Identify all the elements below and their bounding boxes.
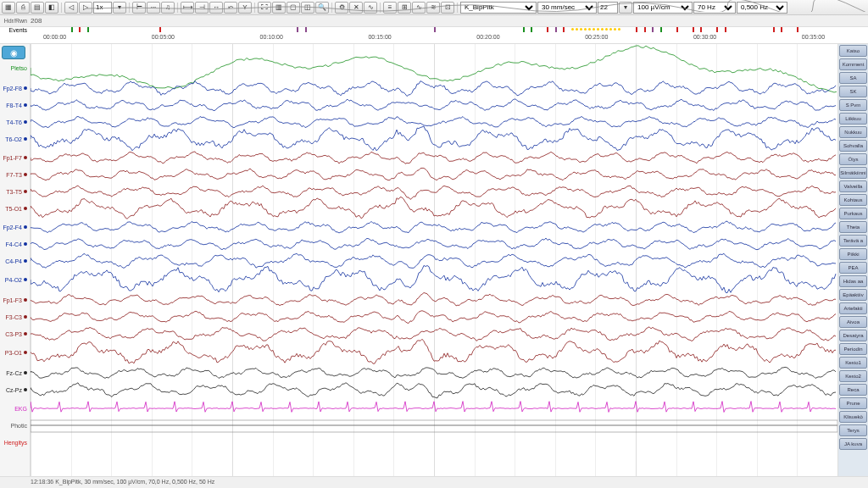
channel-label-photic[interactable]: Photic xyxy=(0,421,30,430)
channel-label-fp1f7[interactable]: Fp1-F7 xyxy=(0,153,30,162)
event-marker[interactable] xyxy=(563,27,565,32)
event-marker[interactable] xyxy=(652,27,654,32)
waveform-fp2f8 xyxy=(31,81,836,97)
channel-label-t6o2[interactable]: T6-O2 xyxy=(0,135,30,143)
event-marker[interactable] xyxy=(434,27,436,32)
event-marker[interactable] xyxy=(79,27,81,32)
annotation-btn-theta[interactable]: Theta xyxy=(839,221,867,233)
event-marker[interactable] xyxy=(297,27,298,32)
status-bar: 12:18:36 K_BipPitk, 30 mm/sec, 100 µV/cm… xyxy=(0,476,868,488)
channel-label-f8t4[interactable]: F8-T4 xyxy=(0,101,30,109)
event-marker[interactable] xyxy=(531,27,532,32)
waveform-fp1f7 xyxy=(31,152,836,164)
channel-label-czpz[interactable]: Cz-Pz xyxy=(0,385,30,394)
event-marker[interactable] xyxy=(700,27,702,32)
annotation-btn-kesto2[interactable]: Kesto2 xyxy=(839,370,867,382)
channel-label-hengitys[interactable]: Hengitys xyxy=(0,438,30,446)
annotation-btn-iys[interactable]: Öiys xyxy=(839,153,867,165)
prev-icon[interactable]: ◁ xyxy=(64,2,78,14)
waveform-czpz xyxy=(31,383,836,398)
time-tick: 00:35:00 xyxy=(802,34,825,40)
annotation-btn-valveilla[interactable]: Valveilla xyxy=(839,180,867,192)
annotation-btn-komment[interactable]: Komment xyxy=(839,58,867,70)
annotation-btn-kohtaus[interactable]: Kohtaus xyxy=(839,194,867,206)
channel-label-fp1f3[interactable]: Fp1-F3 xyxy=(0,296,30,304)
toolbar-btn-3[interactable]: ▤ xyxy=(31,2,44,14)
annotation-btn-periodin[interactable]: Periodin xyxy=(839,343,867,355)
annotation-btn-klisuek[interactable]: Klisuekö xyxy=(839,411,867,423)
toolbar-btn-1[interactable]: ▦ xyxy=(2,2,15,14)
channel-label-c4p4[interactable]: C4-P4 xyxy=(0,257,30,265)
annotation-btn-purkaus[interactable]: Purkaus xyxy=(839,208,867,219)
annotation-btn-terys[interactable]: Terys xyxy=(839,424,867,436)
channel-label-f3c3[interactable]: F3-C3 xyxy=(0,313,30,321)
annotation-btn-reca[interactable]: Reca xyxy=(839,384,867,396)
waveform-fzcz xyxy=(31,367,836,378)
channel-label-t5o1[interactable]: T5-O1 xyxy=(0,204,30,213)
channel-label-pletso[interactable]: Pletso xyxy=(0,64,30,72)
event-marker[interactable] xyxy=(693,27,694,32)
annotation-btn-epaktiiv[interactable]: Epäaktiiv xyxy=(839,289,867,301)
channel-label-fp2f8[interactable]: Fp2-F8 xyxy=(0,84,30,92)
gain-val: 208 xyxy=(31,17,56,25)
event-marker[interactable] xyxy=(87,27,89,32)
channel-label-p3o1[interactable]: P3-O1 xyxy=(0,348,30,357)
annotation-btn-sa[interactable]: SA xyxy=(839,72,867,84)
annotation-btn-silmtkiinni[interactable]: Silmätkiinni xyxy=(839,167,867,179)
event-marker[interactable] xyxy=(305,27,307,32)
channel-label-ekg[interactable]: EKG xyxy=(0,404,30,413)
event-marker[interactable] xyxy=(676,27,678,32)
annotation-btn-terva[interactable]: Terävä a xyxy=(839,235,867,247)
annotation-btn-piikki[interactable]: Piikki xyxy=(839,248,867,260)
annotation-btn-kesto1[interactable]: Kesto1 xyxy=(839,357,867,369)
waveform-c3p3 xyxy=(31,327,836,341)
annotation-btn-liikkuu[interactable]: Liikkuu xyxy=(839,113,867,125)
annotation-btn-sohvalla[interactable]: Sohvalla xyxy=(839,140,867,152)
channel-label-c3p3[interactable]: C3-P3 xyxy=(0,330,30,338)
channel-label-f4c4[interactable]: F4-C4 xyxy=(0,240,30,248)
annotation-btn-prune[interactable]: Prune xyxy=(839,397,867,409)
event-marker[interactable] xyxy=(644,27,646,32)
event-marker[interactable] xyxy=(725,27,726,32)
annotation-btn-pea[interactable]: PEA xyxy=(839,262,867,274)
time-tick: 00:25:00 xyxy=(585,34,608,40)
waveform-area[interactable] xyxy=(31,44,837,476)
channel-label-fp2f4[interactable]: Fp2-F4 xyxy=(0,223,30,231)
timescale: Events 00:00:0000:05:0000:10:0000:15:000… xyxy=(0,27,868,44)
channel-label-t3t5[interactable]: T3-T5 xyxy=(0,187,30,196)
event-marker[interactable] xyxy=(71,27,73,32)
waveform-t5o1 xyxy=(31,197,836,219)
annotation-btn-desatyra[interactable]: Desatyra xyxy=(839,330,867,341)
print-icon[interactable]: ⎙ xyxy=(16,2,30,14)
channel-label-f7t3[interactable]: F7-T3 xyxy=(0,170,30,179)
yellow-event-cluster[interactable] xyxy=(571,28,620,31)
annotation-btn-jakuva[interactable]: JA kuva xyxy=(839,438,867,450)
annotation-btn-artefakti[interactable]: Artefakti xyxy=(839,302,867,314)
annotation-btn-nukkuu[interactable]: Nukkuu xyxy=(839,126,867,138)
event-marker[interactable] xyxy=(660,27,662,32)
toolbar-btn-4[interactable]: ◧ xyxy=(45,2,58,14)
event-marker[interactable] xyxy=(636,27,637,32)
event-marker[interactable] xyxy=(547,27,548,32)
time-tick: 00:10:00 xyxy=(260,34,283,40)
annotation-btn-spvm[interactable]: S Pvm xyxy=(839,99,867,111)
annotation-btn-hidasaa[interactable]: Hidas aa xyxy=(839,275,867,287)
event-marker[interactable] xyxy=(797,27,798,32)
view-toggle-icon[interactable]: ◉ xyxy=(2,46,25,59)
annotation-btn-aivoa[interactable]: Aivoa xyxy=(839,316,867,328)
event-marker[interactable] xyxy=(159,27,161,32)
event-marker[interactable] xyxy=(781,27,782,32)
waveform-f3c3 xyxy=(31,311,836,324)
annotation-btn-katso[interactable]: Katso xyxy=(839,45,867,57)
event-marker[interactable] xyxy=(555,27,557,32)
time-tick: 00:05:00 xyxy=(152,34,175,40)
channel-label-fzcz[interactable]: Fz-Cz xyxy=(0,369,30,377)
channel-label-t4t6[interactable]: T4-T6 xyxy=(0,118,30,126)
event-marker[interactable] xyxy=(523,27,525,32)
waveform-f8t4 xyxy=(31,99,836,111)
event-marker[interactable] xyxy=(716,27,718,32)
annotation-btn-sk[interactable]: SK xyxy=(839,86,867,97)
event-marker[interactable] xyxy=(773,27,775,32)
waveform-ekg xyxy=(31,402,836,413)
channel-label-p4o2[interactable]: P4-O2 xyxy=(0,275,30,284)
